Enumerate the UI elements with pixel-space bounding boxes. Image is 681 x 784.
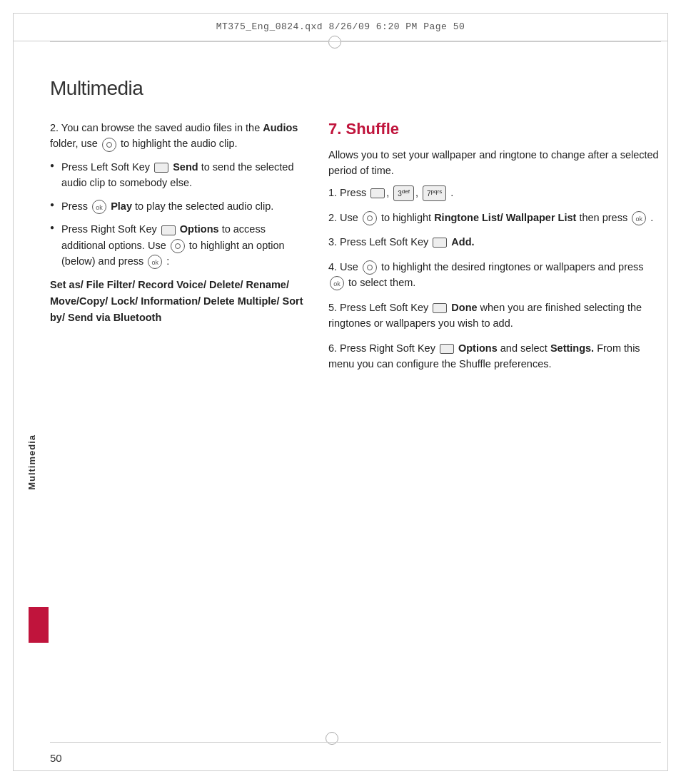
- bullet-item-2: Press ok Play to play the selected audio…: [50, 198, 307, 214]
- nav-icon-2: [171, 239, 185, 253]
- section-heading: 7. Shuffle: [328, 120, 661, 138]
- steps-list: 1. Press , 3def, 7pqrs . 2. Use to highl…: [328, 185, 661, 372]
- ok-icon-1: ok: [92, 200, 106, 214]
- h-line-bottom: [50, 742, 661, 743]
- softkey-icon-4: [433, 238, 447, 248]
- page-number: 50: [50, 752, 62, 764]
- sidebar-bar: [29, 607, 49, 643]
- step-5: 5. Press Left Soft Key Done when you are…: [328, 300, 661, 332]
- softkey-icon-6: [440, 344, 454, 354]
- columns-layout: 2. You can browse the saved audio files …: [50, 120, 661, 381]
- right-column: 7. Shuffle Allows you to set your wallpa…: [328, 120, 661, 381]
- key-3def: 3def: [393, 185, 414, 200]
- left-column: 2. You can browse the saved audio files …: [50, 120, 307, 381]
- softkey-icon-1: [154, 163, 168, 173]
- right-intro: Allows you to set your wallpaper and rin…: [328, 147, 661, 179]
- main-content: Multimedia 2. You can browse the saved a…: [50, 41, 661, 741]
- nav-icon-3: [363, 211, 377, 225]
- sidebar-label: Multimedia: [26, 434, 37, 489]
- step-6: 6. Press Right Soft Key Options and sele…: [328, 340, 661, 372]
- step-2: 2. Use to highlight Ringtone List/ Wallp…: [328, 210, 661, 225]
- header-text: MT375_Eng_0824.qxd 8/26/09 6:20 PM Page …: [216, 21, 465, 32]
- softkey-icon-2: [161, 225, 176, 235]
- sidebar: Multimedia: [13, 41, 50, 771]
- step-4: 4. Use to highlight the desired ringtone…: [328, 259, 661, 291]
- ok-icon-3: ok: [632, 211, 646, 225]
- bullet-item-1: Press Left Soft Key Send to send the sel…: [50, 159, 307, 191]
- nav-icon-4: [363, 260, 377, 275]
- step-1: 1. Press , 3def, 7pqrs .: [328, 185, 661, 201]
- ok-icon-2: ok: [148, 255, 162, 269]
- softkey-icon-3: [370, 188, 385, 198]
- key-7pqrs: 7pqrs: [423, 185, 446, 200]
- bullet-item-3: Press Right Soft Key Options to access a…: [50, 221, 307, 269]
- left-intro: 2. You can browse the saved audio files …: [50, 120, 307, 152]
- bullet-list: Press Left Soft Key Send to send the sel…: [50, 159, 307, 270]
- step-3: 3. Press Left Soft Key Add.: [328, 234, 661, 250]
- softkey-icon-5: [433, 303, 447, 313]
- nav-icon-1: [102, 138, 116, 152]
- page-title: Multimedia: [50, 77, 661, 100]
- page-header: MT375_Eng_0824.qxd 8/26/09 6:20 PM Page …: [13, 13, 668, 41]
- ok-icon-4: ok: [330, 276, 344, 290]
- submenu-options: Set as/ File Filter/ Record Voice/ Delet…: [50, 277, 307, 327]
